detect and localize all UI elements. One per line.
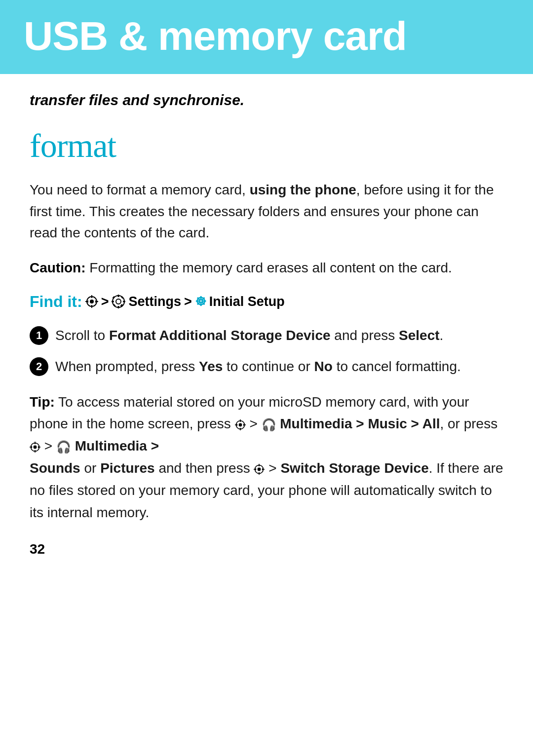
svg-point-25 bbox=[34, 445, 37, 449]
body-paragraph: You need to format a memory card, using … bbox=[30, 179, 503, 243]
step-number-1: 1 bbox=[30, 326, 48, 345]
svg-rect-8 bbox=[118, 295, 119, 297]
header-banner: USB & memory card bbox=[0, 0, 533, 74]
multimedia-icon-1: 🎧 bbox=[262, 416, 276, 434]
svg-rect-11 bbox=[123, 301, 125, 302]
svg-rect-9 bbox=[118, 306, 119, 308]
tip-arrow-1: > bbox=[249, 416, 261, 431]
svg-point-17 bbox=[238, 423, 242, 427]
settings-icon bbox=[112, 295, 125, 308]
tip-text-2: Multimedia > Music > All, or press bbox=[280, 416, 497, 431]
svg-point-6 bbox=[116, 299, 121, 304]
svg-point-1 bbox=[90, 300, 94, 303]
caution-text: Formatting the memory card erases all co… bbox=[89, 260, 452, 275]
initial-setup-icon: ☸ bbox=[195, 294, 206, 309]
tip-block: Tip: To access material stored on your m… bbox=[30, 391, 503, 524]
initial-setup-label: Initial Setup bbox=[209, 294, 285, 309]
nav-dot-icon-3 bbox=[30, 442, 40, 453]
caution-label: Caution: bbox=[30, 260, 86, 275]
nav-dot-icon bbox=[85, 295, 98, 308]
find-it-label: Find it: bbox=[30, 293, 82, 311]
page-number: 32 bbox=[30, 541, 503, 557]
subtitle: transfer files and synchronise. bbox=[30, 92, 503, 109]
svg-point-33 bbox=[258, 467, 261, 471]
caution-block: Caution: Formatting the memory card eras… bbox=[30, 257, 503, 278]
tip-arrow-2: > bbox=[44, 438, 56, 454]
step-list: 1 Scroll to Format Additional Storage De… bbox=[30, 325, 503, 378]
tip-label: Tip: bbox=[30, 394, 55, 410]
step-text-1: Scroll to Format Additional Storage Devi… bbox=[55, 325, 443, 346]
multimedia-icon-2: 🎧 bbox=[56, 438, 71, 456]
section-title: format bbox=[30, 126, 503, 165]
nav-dot-icon-2 bbox=[235, 419, 246, 430]
tip-arrow-3: > bbox=[268, 460, 280, 476]
step-text-2: When prompted, press Yes to continue or … bbox=[55, 356, 461, 377]
page-title: USB & memory card bbox=[24, 14, 509, 58]
step-item-2: 2 When prompted, press Yes to continue o… bbox=[30, 356, 503, 377]
find-it-separator: > bbox=[101, 294, 109, 309]
find-it-block: Find it: > bbox=[30, 293, 503, 311]
find-it-arrow2: > bbox=[184, 294, 192, 309]
svg-rect-10 bbox=[112, 301, 114, 302]
settings-label: Settings bbox=[128, 294, 181, 309]
step-item-1: 1 Scroll to Format Additional Storage De… bbox=[30, 325, 503, 346]
content-area: transfer files and synchronise. format Y… bbox=[0, 74, 533, 587]
nav-dot-icon-4 bbox=[254, 464, 265, 475]
step-number-2: 2 bbox=[30, 357, 48, 376]
